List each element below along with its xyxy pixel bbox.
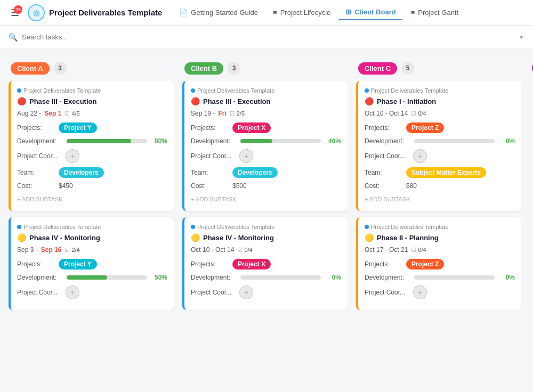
progress-bar-fill: [240, 139, 272, 143]
source-text: Project Deliverables Template: [23, 87, 101, 94]
tab-project-gantt[interactable]: ≡ Project Gantt: [405, 5, 465, 20]
dev-label: Development:: [17, 274, 62, 281]
source-dot: [191, 225, 195, 229]
card-check: ☑ 2/4: [64, 247, 79, 254]
card-projects-row: Projects:Project X: [191, 259, 341, 270]
cost-label: Cost:: [365, 182, 402, 190]
projects-label: Projects:: [191, 124, 228, 132]
card-dates-row: Oct 10 - Oct 14☑ 0/4: [191, 246, 341, 254]
column-client-b: Client B3Project Deliverables Template🔴P…: [182, 58, 348, 383]
avatar-add-button[interactable]: +: [66, 285, 79, 299]
projects-label: Projects:: [17, 260, 54, 268]
card-dates-row: Sep 19 - Fri☑ 2/5: [191, 110, 341, 117]
card-dev-row: Development:40%: [191, 137, 341, 145]
chevron-down-icon[interactable]: ▼: [518, 34, 524, 41]
tab-client-board[interactable]: ⊞ Client Board: [339, 5, 402, 20]
project-tag[interactable]: Project X: [232, 259, 271, 270]
add-subtask-button[interactable]: + ADD SUBTASK: [17, 194, 167, 205]
card-source-row: Project Deliverables Template: [365, 224, 515, 230]
progress-bar-bg: [67, 139, 147, 143]
dev-label: Development:: [191, 274, 236, 281]
column-label-client-b: Client B: [184, 62, 223, 75]
column-cards-client-c: Project Deliverables Template🔴Phase I - …: [356, 81, 521, 310]
check-icon: ☑: [230, 110, 235, 117]
card-check: ☑ 0/4: [411, 247, 426, 254]
tab-getting-started[interactable]: 📄 Getting Started Guide: [173, 5, 264, 20]
card-source-row: Project Deliverables Template: [191, 224, 341, 230]
progress-pct: 0%: [499, 137, 515, 145]
card-coord-row: Project Coor...+: [365, 285, 515, 299]
avatar-add-button[interactable]: +: [413, 149, 427, 163]
list-icon: ≡: [273, 9, 277, 17]
card-title-text: Phase IV - Monitoring: [203, 234, 274, 242]
menu-button[interactable]: ☰ 25: [6, 4, 23, 21]
project-tag[interactable]: Project Y: [59, 259, 97, 270]
card-title-text: Phase III - Execution: [203, 97, 270, 105]
column-client-c: Client C5Project Deliverables Template🔴P…: [356, 58, 521, 383]
card-projects-row: Projects:Project Y: [17, 123, 167, 133]
projects-label: Projects:: [191, 260, 228, 268]
card-status-icon: 🟡: [17, 233, 26, 242]
project-tag[interactable]: Project Y: [59, 123, 97, 133]
avatar-add-button[interactable]: +: [239, 149, 253, 163]
card-card-a1[interactable]: Project Deliverables Template🔴Phase III …: [9, 81, 174, 211]
card-source-row: Project Deliverables Template: [17, 87, 167, 94]
nav-tabs: 📄 Getting Started Guide ≡ Project Lifecy…: [173, 5, 527, 20]
card-card-c2[interactable]: Project Deliverables Template🟡Phase II -…: [356, 217, 521, 310]
card-source-row: Project Deliverables Template: [17, 224, 167, 230]
progress-pct: 0%: [499, 274, 515, 281]
progress-bar-bg: [414, 139, 495, 143]
team-tag[interactable]: Subject Matter Experts: [406, 167, 486, 178]
project-tag[interactable]: Project X: [232, 123, 271, 133]
card-coord-row: Project Coor...+: [365, 149, 515, 163]
coord-label: Project Coor...: [191, 289, 236, 296]
card-card-b1[interactable]: Project Deliverables Template🔴Phase III …: [182, 81, 348, 211]
source-text: Project Deliverables Template: [371, 87, 448, 94]
search-input[interactable]: [22, 33, 514, 41]
source-dot: [365, 225, 369, 229]
card-title-text: Phase III - Execution: [29, 97, 96, 105]
avatar-add-button[interactable]: +: [66, 149, 79, 163]
project-tag[interactable]: Project Z: [406, 259, 444, 270]
team-tag[interactable]: Developers: [59, 167, 104, 178]
projects-label: Projects:: [365, 124, 402, 132]
add-subtask-button[interactable]: + ADD SUBTASK: [365, 194, 515, 205]
coord-label: Project Coor...: [17, 289, 62, 296]
card-check: ☑ 0/4: [411, 110, 426, 117]
coord-label: Project Coor...: [191, 152, 236, 160]
card-title-row: 🟡Phase IV - Monitoring: [191, 233, 341, 242]
app-logo: ◎: [28, 4, 45, 21]
card-source-row: Project Deliverables Template: [191, 87, 341, 94]
logo-icon: ◎: [33, 9, 39, 17]
card-card-a2[interactable]: Project Deliverables Template🟡Phase IV -…: [9, 217, 174, 310]
card-title-row: 🔴Phase III - Execution: [17, 97, 167, 105]
column-count-client-b: 3: [228, 62, 240, 75]
card-cost-row: Cost:$80: [365, 182, 515, 190]
column-cards-client-b: Project Deliverables Template🔴Phase III …: [182, 81, 348, 310]
card-team-row: Team:Subject Matter Experts: [365, 167, 515, 178]
card-card-c1[interactable]: Project Deliverables Template🔴Phase I - …: [356, 81, 521, 211]
source-dot: [17, 88, 21, 93]
source-dot: [365, 88, 369, 93]
date-range: Oct 10 - Oct 14: [365, 110, 408, 117]
avatar-add-button[interactable]: +: [413, 285, 427, 299]
card-cost-row: Cost:$450: [17, 182, 167, 190]
column-header-client-c: Client C5: [356, 58, 521, 81]
cost-label: Cost:: [17, 182, 54, 190]
card-team-row: Team:Developers: [191, 167, 341, 178]
project-tag[interactable]: Project Z: [406, 123, 444, 133]
card-card-b2[interactable]: Project Deliverables Template🟡Phase IV -…: [182, 217, 348, 310]
tab-project-lifecycle[interactable]: ≡ Project Lifecycle: [266, 5, 337, 20]
check-icon: ☑: [411, 247, 416, 254]
progress-pct: 40%: [325, 137, 341, 145]
coord-label: Project Coor...: [365, 289, 410, 296]
source-text: Project Deliverables Template: [23, 224, 101, 230]
card-status-icon: 🟡: [191, 233, 200, 242]
team-tag[interactable]: Developers: [232, 167, 278, 178]
card-dates-row: Sep 3 - Sep 16☑ 2/4: [17, 246, 167, 254]
card-projects-row: Projects:Project X: [191, 123, 341, 133]
card-check: ☑ 0/4: [237, 247, 252, 254]
avatar-add-button[interactable]: +: [239, 285, 253, 299]
add-subtask-button[interactable]: + ADD SUBTASK: [191, 194, 341, 205]
card-status-icon: 🔴: [191, 97, 200, 105]
